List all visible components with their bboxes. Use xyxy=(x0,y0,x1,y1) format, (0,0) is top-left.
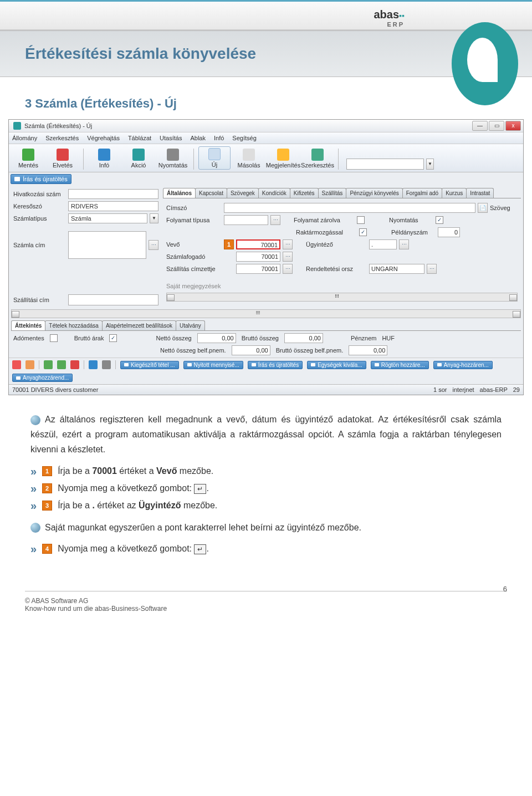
tab-deliv[interactable]: Szállítás xyxy=(318,188,347,198)
toolbar-search-input[interactable] xyxy=(346,159,424,170)
lookup-icon[interactable]: ⋯ xyxy=(270,215,280,225)
szf-input[interactable]: 70001 xyxy=(236,252,280,262)
close-button[interactable]: x xyxy=(505,121,521,131)
action-button[interactable]: Akció xyxy=(122,147,155,170)
ado-label: Adómentes xyxy=(13,335,44,341)
copy-button[interactable]: Másolás xyxy=(233,147,265,170)
tabstrip: Általános Kapcsolat Szövegek Kondíciók K… xyxy=(163,188,521,198)
folyamat-input[interactable] xyxy=(224,215,268,225)
tab-contact[interactable]: Kapcsolat xyxy=(195,188,227,198)
tab-general[interactable]: Általános xyxy=(163,188,196,198)
marker-1: 1 xyxy=(224,239,234,249)
action-units[interactable]: Egységek kivála... xyxy=(307,361,366,369)
doc-icon[interactable]: 📄 xyxy=(478,203,488,213)
h-scrollbar[interactable]: !!! xyxy=(166,293,518,302)
tab-cond[interactable]: Kondíciók xyxy=(258,188,290,198)
plus2-icon[interactable] xyxy=(57,360,66,369)
save-button[interactable]: Mentés xyxy=(12,147,44,170)
toolbar: Mentés Elvetés Infó Akció Nyomtatás Új M… xyxy=(9,144,523,172)
rend-input[interactable]: UNGARN xyxy=(369,264,424,274)
action-write-reload[interactable]: Írás és újratöltés xyxy=(248,361,303,369)
slide-subheading: 3 Számla (Értékesítés) - Új xyxy=(0,77,532,119)
folyzar-checkbox[interactable] xyxy=(357,216,365,224)
tab-defaults[interactable]: Alapértelmezett beállítások xyxy=(102,320,176,330)
lookup-icon[interactable]: ⋯ xyxy=(283,239,293,249)
dropdown-icon[interactable]: ▼ xyxy=(150,213,158,223)
tab-voucher[interactable]: Utalvány xyxy=(176,320,205,330)
action-material[interactable]: Anyag-hozzáren... xyxy=(433,361,493,369)
vevo-label: Vevő xyxy=(166,241,222,248)
tab-additems[interactable]: Tételek hozzáadása xyxy=(45,320,103,330)
edit-button[interactable]: Szerkesztés xyxy=(301,147,334,170)
cimszo-input[interactable] xyxy=(224,203,475,213)
marker-4-inline: 4 xyxy=(42,544,52,554)
peld-input[interactable]: 0 xyxy=(438,227,460,237)
print-small-icon[interactable] xyxy=(102,360,111,369)
menu-file[interactable]: Állomány xyxy=(12,135,37,141)
tab-overview[interactable]: Áttekintés xyxy=(11,320,45,330)
tab-finance[interactable]: Pénzügyi könyvelés xyxy=(346,188,402,198)
menu-instr[interactable]: Utasítás xyxy=(160,135,182,141)
action-extra-item[interactable]: Kiegészítő tétel ... xyxy=(120,361,179,369)
h-scrollbar[interactable]: !!! xyxy=(11,309,521,318)
action-material2[interactable]: Anyaghozzárend... xyxy=(12,374,73,382)
grid-icon[interactable] xyxy=(12,360,21,369)
search-input[interactable]: RDIVERS xyxy=(68,201,158,211)
action-open-qty[interactable]: Nyitott mennyisé... xyxy=(183,361,243,369)
type-select[interactable]: Számla xyxy=(68,213,147,223)
write-reload-bar[interactable]: Írás és újratöltés xyxy=(11,174,71,184)
lookup-icon[interactable]: ⋯ xyxy=(399,239,409,249)
print-button[interactable]: Nyomtatás xyxy=(157,147,189,170)
menu-exec[interactable]: Végrehajtás xyxy=(87,135,120,141)
lookup-icon[interactable]: ⋯ xyxy=(149,240,158,250)
tab-vat[interactable]: Forgalmi adó xyxy=(402,188,442,198)
penznem-label: Pénznem xyxy=(351,335,376,341)
szf-label: Számlafogadó xyxy=(166,253,222,260)
action-addnow[interactable]: Rögtön hozzáre... xyxy=(371,361,429,369)
nyom-checkbox[interactable]: ✓ xyxy=(436,216,443,224)
bruttoarak-checkbox[interactable]: ✓ xyxy=(109,334,117,342)
vevo-input[interactable]: 70001 xyxy=(236,239,280,249)
lookup-icon[interactable]: ⋯ xyxy=(427,264,437,274)
minus-icon[interactable] xyxy=(70,360,79,369)
page-number: 6 xyxy=(503,585,507,593)
tab-intrastat[interactable]: Intrastat xyxy=(466,188,494,198)
menu-help[interactable]: Segítség xyxy=(232,135,256,141)
minimize-button[interactable]: — xyxy=(472,121,488,131)
grid2-icon[interactable] xyxy=(25,360,34,369)
info-button[interactable]: Infó xyxy=(88,147,120,170)
plus-icon[interactable] xyxy=(44,360,53,369)
bruttobelf-value: 0,00 xyxy=(349,345,387,355)
lookup-icon[interactable]: ⋯ xyxy=(283,252,293,262)
menu-info[interactable]: Infó xyxy=(214,135,224,141)
szoveg-label: Szöveg xyxy=(490,205,518,211)
toolbar-search-dropdown[interactable]: ▼ xyxy=(426,159,434,170)
window-title: Számla (Értékesítés) - Új xyxy=(24,123,92,129)
bruttoarak-label: Bruttó árak xyxy=(74,335,104,341)
raktarm-checkbox[interactable]: ✓ xyxy=(359,228,367,236)
discard-button[interactable]: Elvetés xyxy=(47,147,79,170)
menu-table[interactable]: Táblázat xyxy=(128,135,151,141)
body-paragraph-2: Saját magunkat egyszerűen a pont karakte… xyxy=(0,514,532,540)
tab-rate[interactable]: Kurzus xyxy=(442,188,467,198)
info-small-icon[interactable] xyxy=(89,360,98,369)
tab-pay[interactable]: Kifizetés xyxy=(290,188,319,198)
menu-edit[interactable]: Szerkesztés xyxy=(45,135,79,141)
marker-2-inline: 2 xyxy=(42,483,52,493)
summary-row: Adómentes Bruttó árak ✓ Nettó összeg 0,0… xyxy=(9,331,523,345)
maximize-button[interactable]: ▭ xyxy=(489,121,504,131)
sc-input[interactable]: 70001 xyxy=(236,264,280,274)
addr-textarea[interactable] xyxy=(68,231,146,259)
menu-window[interactable]: Ablak xyxy=(190,135,206,141)
new-button[interactable]: Új xyxy=(198,146,231,170)
status-app: abas-ERP xyxy=(480,386,508,393)
ref-input[interactable] xyxy=(68,189,158,199)
sc-label: Szállítás címzettje xyxy=(166,266,222,272)
show-button[interactable]: Megjelenítés xyxy=(267,147,299,170)
ado-checkbox[interactable] xyxy=(50,334,58,342)
tab-texts[interactable]: Szövegek xyxy=(227,188,259,198)
lookup-icon[interactable]: ⋯ xyxy=(283,264,293,274)
ship-textarea[interactable] xyxy=(68,294,158,305)
ugy-input[interactable]: . xyxy=(369,239,397,249)
chevron-icon: » xyxy=(30,543,37,555)
